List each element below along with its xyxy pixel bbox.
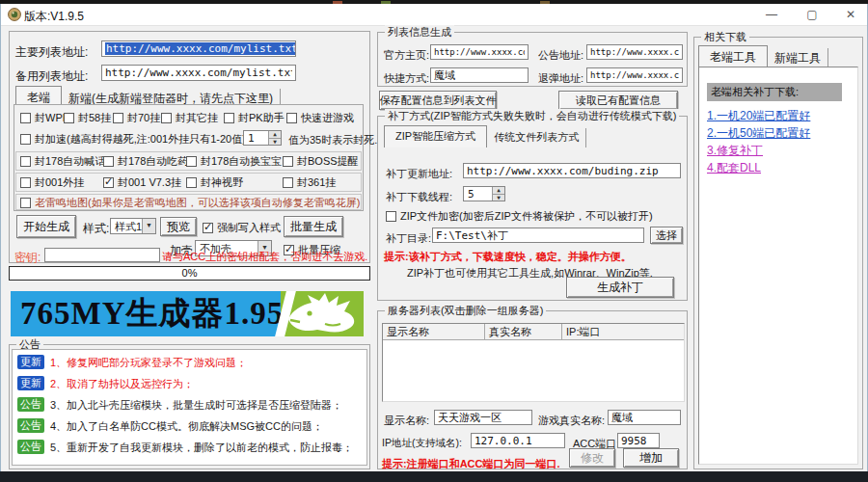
- server-table[interactable]: 显示名称 真实名称 IP:端口: [382, 323, 685, 402]
- checkbox-feng-shenshiye[interactable]: 封神视野: [186, 175, 243, 190]
- patch-url-input[interactable]: [463, 163, 681, 178]
- checkbox-zip-encrypt[interactable]: ZIP文件加密(加密后ZIP文件将被保护，不可以被打开): [386, 209, 653, 224]
- main-list-input[interactable]: http://www.xxxx.com/mylist.txt: [101, 40, 296, 57]
- checkbox-feng-001-v73[interactable]: 封001 V7.3挂: [103, 175, 181, 190]
- key-input[interactable]: [44, 248, 160, 262]
- maximize-icon[interactable]: ▢: [798, 6, 827, 24]
- checkbox-box[interactable]: [103, 177, 114, 188]
- real-name-input[interactable]: [608, 410, 681, 425]
- close-icon[interactable]: ✕: [836, 6, 865, 24]
- spinner-down-icon[interactable]: ▼: [492, 195, 504, 201]
- patch-dir-label: 补丁目录:: [386, 231, 431, 246]
- backup-list-label: 备用列表地址:: [15, 68, 88, 85]
- checkbox-box[interactable]: [283, 177, 293, 188]
- patch-url-label: 补丁更新地址:: [386, 167, 452, 181]
- ip-input[interactable]: [471, 433, 565, 448]
- checkbox-box[interactable]: [186, 156, 197, 167]
- home-url-input[interactable]: [430, 44, 529, 60]
- list-item: 更新2、取消了劫持以及远控行为；: [17, 376, 365, 393]
- thread-count-spinner[interactable]: 5▲▼: [463, 186, 505, 201]
- download-link-fix-patch[interactable]: 3.修复补丁: [707, 143, 763, 159]
- checkbox-box[interactable]: [20, 177, 31, 188]
- style-select[interactable]: 样式1▼: [110, 218, 156, 234]
- chevron-down-icon[interactable]: ▼: [142, 219, 155, 233]
- checkbox-box[interactable]: [386, 211, 396, 222]
- checkbox-feng-wpe[interactable]: 封WPE: [20, 111, 69, 125]
- checkbox-label: 封001 V7.3挂: [118, 176, 181, 188]
- checkbox-label: 封其它挂: [176, 112, 218, 123]
- column-header-real[interactable]: 真实名称: [485, 324, 562, 339]
- checkbox-box[interactable]: [20, 198, 31, 208]
- download-link-dll[interactable]: 4.配套DLL: [707, 160, 761, 176]
- checkbox-feng-178-pet[interactable]: 封178自动换宝宝: [186, 154, 282, 169]
- downloads-header: 老端相关补丁下载:: [707, 83, 842, 101]
- preview-button[interactable]: 预览: [160, 217, 197, 236]
- list-item: 公告5、重新开发了自我更新模块，删除了以前老的模式，防止报毒；: [17, 440, 365, 457]
- backup-list-input[interactable]: [101, 65, 296, 81]
- acc-port-input[interactable]: [617, 433, 660, 448]
- checkbox-feng-178-shout[interactable]: 封178自动喊话: [20, 154, 105, 169]
- spinner-down-icon[interactable]: ▼: [268, 139, 281, 146]
- checkbox-feng-178-medicine[interactable]: 封178自动吃药: [103, 154, 188, 169]
- checkbox-feng-001[interactable]: 封001外挂: [20, 175, 84, 190]
- load-config-button[interactable]: 读取已有配置信息: [558, 91, 678, 110]
- key-hint: 请与ACC上的密钥相配套，否则进不去游戏.: [162, 250, 367, 264]
- column-header-display[interactable]: 显示名称: [383, 324, 485, 339]
- checkbox-box[interactable]: [203, 223, 213, 233]
- downloads-panel: 相关下载 老端工具 新端工具 老端相关补丁下载: 1.一机20端已配置好 2.一…: [693, 37, 863, 469]
- checkbox-feng-58[interactable]: 封58挂: [64, 111, 111, 125]
- patch-dir-input[interactable]: [432, 228, 644, 243]
- checkbox-box[interactable]: [113, 113, 123, 123]
- start-generate-button[interactable]: 开始生成: [16, 215, 76, 238]
- window-title: 版本:V1.9.5: [24, 9, 84, 25]
- notice-url-input[interactable]: [586, 44, 683, 60]
- checkbox-feng-qita[interactable]: 封其它挂: [161, 111, 218, 125]
- shortcut-input[interactable]: [430, 67, 529, 83]
- add-button[interactable]: 增加: [623, 448, 679, 468]
- checkbox-box[interactable]: [20, 156, 31, 167]
- checkbox-box[interactable]: [64, 113, 74, 123]
- column-header-ip[interactable]: IP:端口: [562, 324, 684, 339]
- tab-file-list-mode[interactable]: 传统文件列表方式: [487, 128, 586, 147]
- speed-value-spinner[interactable]: 1▲▼: [243, 130, 282, 146]
- app-icon: [8, 8, 21, 25]
- checkbox-label: 封001外挂: [35, 176, 84, 188]
- checkbox-box[interactable]: [224, 113, 234, 123]
- checkbox-feng-70[interactable]: 封70挂: [113, 111, 160, 125]
- checkbox-box[interactable]: [286, 113, 297, 123]
- minimize-icon[interactable]: —: [757, 6, 786, 24]
- checkbox-box[interactable]: [186, 177, 197, 188]
- tab-zip-mode[interactable]: ZIP智能压缩方式: [384, 125, 487, 147]
- checkbox-box[interactable]: [161, 113, 172, 123]
- server-tip: 提示:注册端口和ACC端口为同一端口.: [382, 457, 560, 471]
- modify-button[interactable]: 修改: [569, 448, 615, 468]
- checkbox-label: 封PK助手: [238, 112, 285, 123]
- spinner-value: 5: [468, 188, 475, 201]
- choose-dir-button[interactable]: 选择: [650, 227, 683, 244]
- checkbox-box[interactable]: [20, 134, 31, 145]
- download-link-20[interactable]: 1.一机20端已配置好: [707, 108, 810, 124]
- main-list-label: 主要列表地址:: [15, 44, 88, 61]
- batch-generate-button[interactable]: 批量生成: [284, 216, 343, 237]
- display-name-input[interactable]: [434, 410, 532, 425]
- checkbox-feng-jiasu[interactable]: 封加速(越高封得越死,注:001外挂只有1-20值): [20, 132, 246, 147]
- checkbox-force-style[interactable]: 强制写入样式: [203, 221, 281, 235]
- bounce-url-input[interactable]: [586, 67, 683, 83]
- save-config-button[interactable]: 保存配置信息到列表文件: [379, 91, 497, 110]
- download-link-50[interactable]: 2.一机50端已配置好: [707, 125, 810, 142]
- checkbox-box[interactable]: [283, 156, 293, 167]
- checkbox-laoleiming-map[interactable]: 老雷鸣地图(如果你是老雷鸣地图，可以选择该项自动修复老雷鸣花屏): [20, 196, 360, 210]
- checkbox-fast-enter[interactable]: 快速进游戏: [286, 111, 354, 125]
- update-badge: 更新: [17, 376, 44, 390]
- list-item: 公告3、加入北斗壳压缩模块，批量生成时可选择是否压缩登陆器；: [17, 397, 365, 415]
- screen: 版本:V1.9.5 — ▢ ✕ 主要列表地址: http://www.xxxx.…: [0, 0, 868, 482]
- checkbox-row-178: 封178自动喊话 封178自动吃药 封178自动换宝宝 封BOSS提醒: [15, 151, 362, 171]
- list-item: 更新1、修复网吧部分玩家登录不了游戏问题；: [17, 355, 365, 372]
- generate-patch-button[interactable]: 生成补丁: [566, 277, 674, 298]
- checkbox-feng-361[interactable]: 封361挂: [283, 175, 336, 190]
- checkbox-feng-boss[interactable]: 封BOSS提醒: [283, 154, 359, 169]
- checkbox-feng-pk[interactable]: 封PK助手: [224, 111, 285, 125]
- checkbox-box[interactable]: [103, 156, 114, 167]
- checkbox-box[interactable]: [20, 113, 31, 123]
- checkbox-label: 老雷鸣地图(如果你是老雷鸣地图，可以选择该项自动修复老雷鸣花屏): [35, 197, 360, 208]
